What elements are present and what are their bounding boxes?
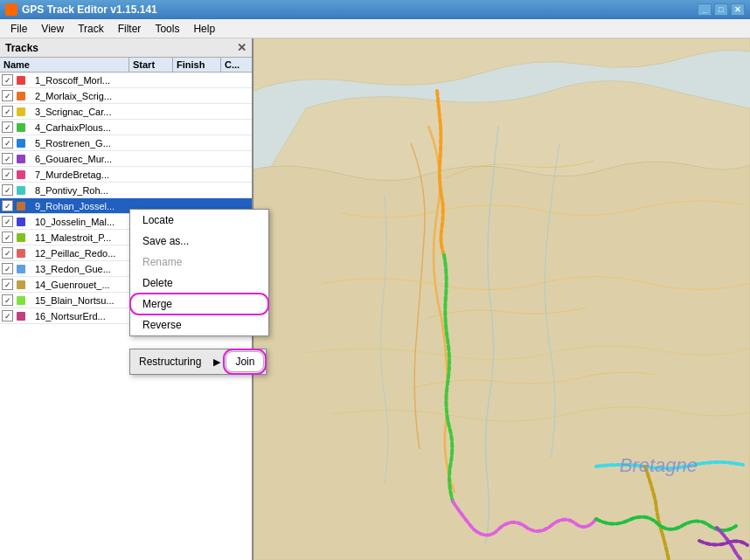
maximize-button[interactable]: □: [714, 3, 728, 16]
restructuring-arrow-icon: ▶: [210, 353, 224, 371]
svg-rect-9: [17, 218, 25, 226]
track-color-icon: [15, 310, 27, 322]
track-name: 3_Scrignac_Car...: [35, 107, 252, 117]
track-checkbox[interactable]: [2, 200, 13, 211]
track-icons: [0, 153, 35, 165]
track-color-icon: [15, 121, 27, 134]
track-checkbox[interactable]: [2, 232, 13, 243]
track-row[interactable]: 7_MurdeBretag...: [0, 167, 252, 183]
track-row[interactable]: 8_Pontivy_Roh...: [0, 183, 252, 198]
track-icons: [0, 247, 35, 259]
track-icons: [0, 263, 35, 275]
track-color-icon: [15, 247, 27, 259]
track-color-icon: [15, 106, 27, 118]
menu-track[interactable]: Track: [71, 21, 111, 37]
track-checkbox[interactable]: [2, 216, 13, 227]
context-menu: Locate Save as... Rename Delete Merge Re…: [129, 209, 269, 336]
ctx-rename[interactable]: Rename: [130, 252, 268, 273]
col-header-finish: Finish: [173, 58, 221, 72]
svg-rect-8: [17, 202, 25, 211]
track-row[interactable]: 2_Morlaix_Scrig...: [0, 88, 252, 104]
track-checkbox[interactable]: [2, 263, 13, 274]
svg-rect-15: [17, 312, 25, 321]
track-color-icon: [15, 200, 27, 212]
track-checkbox[interactable]: [2, 153, 13, 164]
menu-bar: File View Track Filter Tools Help: [0, 19, 750, 38]
ctx-delete[interactable]: Delete: [130, 273, 268, 294]
track-icons: [0, 232, 35, 244]
restructuring-button[interactable]: Restructuring: [130, 352, 210, 371]
svg-rect-10: [17, 233, 25, 242]
track-checkbox[interactable]: [2, 310, 13, 321]
restructuring-menu: Restructuring ▶ Join: [129, 349, 267, 375]
svg-rect-12: [17, 265, 25, 273]
track-icons: [0, 90, 35, 102]
track-color-icon: [15, 184, 27, 197]
col-header-c: C...: [221, 58, 247, 72]
map-area[interactable]: Bretagne: [253, 38, 750, 560]
ctx-locate[interactable]: Locate: [130, 210, 268, 231]
track-checkbox[interactable]: [2, 279, 13, 290]
track-color-icon: [15, 169, 27, 181]
menu-tools[interactable]: Tools: [148, 21, 186, 37]
menu-help[interactable]: Help: [186, 21, 222, 37]
track-name: 8_Pontivy_Roh...: [35, 185, 252, 196]
ctx-merge[interactable]: Merge: [130, 294, 268, 315]
track-row[interactable]: 1_Roscoff_Morl...: [0, 73, 252, 88]
svg-rect-4: [17, 139, 25, 148]
track-checkbox[interactable]: [2, 74, 13, 86]
menu-view[interactable]: View: [34, 21, 71, 37]
track-row[interactable]: 4_CarhaixPlous...: [0, 120, 252, 135]
track-name: 1_Roscoff_Morl...: [35, 75, 252, 86]
track-color-icon: [15, 74, 27, 86]
join-button[interactable]: Join: [226, 351, 264, 372]
tracks-panel-close[interactable]: ✕: [237, 41, 247, 54]
svg-rect-3: [17, 123, 25, 132]
svg-rect-2: [17, 107, 25, 116]
menu-filter[interactable]: Filter: [111, 21, 149, 37]
track-color-icon: [15, 137, 27, 149]
track-row[interactable]: 3_Scrignac_Car...: [0, 104, 252, 120]
track-icons: [0, 137, 35, 149]
menu-file[interactable]: File: [3, 21, 34, 37]
svg-rect-5: [17, 155, 25, 163]
svg-rect-1: [17, 92, 25, 100]
track-icons: [0, 279, 35, 291]
track-color-icon: [15, 216, 27, 228]
track-icons: [0, 294, 35, 307]
track-row[interactable]: 6_Gouarec_Mur...: [0, 151, 252, 167]
track-color-icon: [15, 153, 27, 165]
main-layout: Tracks ✕ Name Start Finish C... 1_Roscof…: [0, 38, 750, 560]
track-checkbox[interactable]: [2, 169, 13, 180]
svg-rect-0: [17, 76, 25, 85]
tracks-panel-title: Tracks: [5, 42, 38, 54]
svg-rect-11: [17, 249, 25, 258]
app-title: GPS Track Editor v1.15.141: [22, 3, 157, 16]
svg-rect-13: [17, 280, 25, 289]
ctx-reverse[interactable]: Reverse: [130, 315, 268, 335]
track-color-icon: [15, 263, 27, 275]
tracks-panel-header: Tracks ✕: [0, 38, 252, 58]
track-name: 4_CarhaixPlous...: [35, 122, 252, 133]
track-color-icon: [15, 90, 27, 102]
track-checkbox[interactable]: [2, 121, 13, 133]
minimize-button[interactable]: _: [698, 3, 712, 16]
track-name: 7_MurdeBretag...: [35, 169, 252, 180]
track-name: 2_Morlaix_Scrig...: [35, 91, 252, 101]
track-row[interactable]: 5_Rostrenen_G...: [0, 135, 252, 151]
ctx-save-as[interactable]: Save as...: [130, 231, 268, 252]
track-icons: [0, 216, 35, 228]
title-bar: GPS Track Editor v1.15.141 _ □ ✕: [0, 0, 750, 19]
close-button[interactable]: ✕: [731, 3, 745, 16]
tracks-column-headers: Name Start Finish C...: [0, 58, 252, 73]
track-checkbox[interactable]: [2, 106, 13, 117]
track-color-icon: [15, 232, 27, 244]
track-checkbox[interactable]: [2, 137, 13, 149]
track-checkbox[interactable]: [2, 247, 13, 259]
track-icons: [0, 184, 35, 197]
col-header-start: Start: [129, 58, 173, 72]
track-checkbox[interactable]: [2, 184, 13, 196]
track-checkbox[interactable]: [2, 294, 13, 306]
app-icon: [5, 3, 17, 16]
track-checkbox[interactable]: [2, 90, 13, 101]
